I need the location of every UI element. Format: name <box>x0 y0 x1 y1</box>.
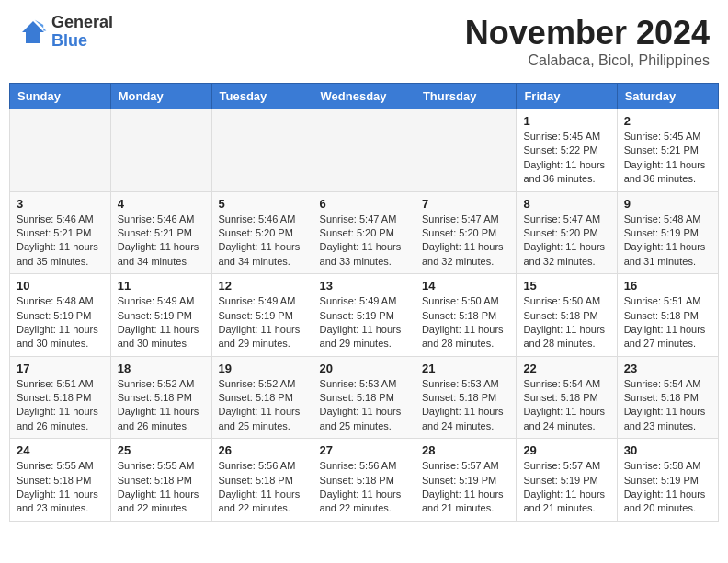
calendar-day-cell: 2Sunrise: 5:45 AM Sunset: 5:21 PM Daylig… <box>617 109 718 192</box>
calendar-day-cell: 18Sunrise: 5:52 AM Sunset: 5:18 PM Dayli… <box>110 356 211 439</box>
day-of-week-header: Thursday <box>415 84 516 109</box>
calendar-day-cell: 25Sunrise: 5:55 AM Sunset: 5:18 PM Dayli… <box>110 439 211 522</box>
day-info-text: Sunrise: 5:53 AM Sunset: 5:18 PM Dayligh… <box>422 377 509 434</box>
day-info-text: Sunrise: 5:55 AM Sunset: 5:18 PM Dayligh… <box>118 459 205 516</box>
day-of-week-header: Tuesday <box>211 84 313 109</box>
calendar-day-cell: 13Sunrise: 5:49 AM Sunset: 5:19 PM Dayli… <box>313 274 415 357</box>
calendar-day-cell: 3Sunrise: 5:46 AM Sunset: 5:21 PM Daylig… <box>10 191 111 274</box>
day-number: 8 <box>523 197 609 211</box>
calendar-day-cell <box>110 109 211 192</box>
day-info-text: Sunrise: 5:58 AM Sunset: 5:19 PM Dayligh… <box>624 459 711 516</box>
day-info-text: Sunrise: 5:48 AM Sunset: 5:19 PM Dayligh… <box>17 294 104 351</box>
calendar-day-cell <box>313 109 415 192</box>
day-number: 18 <box>118 362 205 375</box>
day-info-text: Sunrise: 5:45 AM Sunset: 5:22 PM Dayligh… <box>523 130 609 187</box>
day-info-text: Sunrise: 5:49 AM Sunset: 5:19 PM Dayligh… <box>320 294 408 351</box>
calendar-header-row: SundayMondayTuesdayWednesdayThursdayFrid… <box>10 84 719 109</box>
day-info-text: Sunrise: 5:56 AM Sunset: 5:18 PM Dayligh… <box>320 459 408 516</box>
day-info-text: Sunrise: 5:54 AM Sunset: 5:18 PM Dayligh… <box>523 377 609 434</box>
day-info-text: Sunrise: 5:46 AM Sunset: 5:20 PM Dayligh… <box>219 213 306 270</box>
day-info-text: Sunrise: 5:57 AM Sunset: 5:19 PM Dayligh… <box>422 459 509 516</box>
day-number: 11 <box>118 279 205 293</box>
day-number: 3 <box>17 197 104 211</box>
calendar-week-row: 10Sunrise: 5:48 AM Sunset: 5:19 PM Dayli… <box>10 274 719 357</box>
calendar-day-cell: 4Sunrise: 5:46 AM Sunset: 5:21 PM Daylig… <box>110 191 211 274</box>
calendar-day-cell: 6Sunrise: 5:47 AM Sunset: 5:20 PM Daylig… <box>313 191 415 274</box>
day-number: 5 <box>219 197 306 211</box>
calendar-day-cell: 1Sunrise: 5:45 AM Sunset: 5:22 PM Daylig… <box>517 109 617 192</box>
calendar-day-cell: 29Sunrise: 5:57 AM Sunset: 5:19 PM Dayli… <box>517 439 617 522</box>
month-title: November 2024 <box>465 14 710 52</box>
day-number: 21 <box>422 362 509 375</box>
day-number: 15 <box>523 279 609 293</box>
calendar-day-cell: 19Sunrise: 5:52 AM Sunset: 5:18 PM Dayli… <box>211 356 313 439</box>
day-number: 23 <box>624 362 711 375</box>
calendar-day-cell: 5Sunrise: 5:46 AM Sunset: 5:20 PM Daylig… <box>211 191 313 274</box>
calendar-day-cell <box>211 109 313 192</box>
day-of-week-header: Friday <box>517 84 617 109</box>
day-of-week-header: Monday <box>110 84 211 109</box>
calendar-day-cell: 8Sunrise: 5:47 AM Sunset: 5:20 PM Daylig… <box>517 191 617 274</box>
calendar-week-row: 3Sunrise: 5:46 AM Sunset: 5:21 PM Daylig… <box>10 191 719 274</box>
day-info-text: Sunrise: 5:46 AM Sunset: 5:21 PM Dayligh… <box>118 213 205 270</box>
calendar-day-cell: 28Sunrise: 5:57 AM Sunset: 5:19 PM Dayli… <box>415 439 516 522</box>
calendar-day-cell: 17Sunrise: 5:51 AM Sunset: 5:18 PM Dayli… <box>10 356 111 439</box>
calendar-day-cell: 12Sunrise: 5:49 AM Sunset: 5:19 PM Dayli… <box>211 274 313 357</box>
day-number: 6 <box>320 197 408 211</box>
calendar-day-cell: 27Sunrise: 5:56 AM Sunset: 5:18 PM Dayli… <box>313 439 415 522</box>
calendar-day-cell: 9Sunrise: 5:48 AM Sunset: 5:19 PM Daylig… <box>617 191 718 274</box>
logo-blue-text: Blue <box>51 32 113 51</box>
calendar-day-cell: 11Sunrise: 5:49 AM Sunset: 5:19 PM Dayli… <box>110 274 211 357</box>
logo-icon <box>18 17 48 47</box>
day-info-text: Sunrise: 5:56 AM Sunset: 5:18 PM Dayligh… <box>219 459 306 516</box>
title-section: November 2024 Calabaca, Bicol, Philippin… <box>465 14 710 69</box>
calendar-day-cell: 26Sunrise: 5:56 AM Sunset: 5:18 PM Dayli… <box>211 439 313 522</box>
calendar-day-cell: 23Sunrise: 5:54 AM Sunset: 5:18 PM Dayli… <box>617 356 718 439</box>
day-number: 12 <box>219 279 306 293</box>
day-info-text: Sunrise: 5:47 AM Sunset: 5:20 PM Dayligh… <box>422 213 509 270</box>
day-number: 13 <box>320 279 408 293</box>
calendar-day-cell: 21Sunrise: 5:53 AM Sunset: 5:18 PM Dayli… <box>415 356 516 439</box>
day-number: 4 <box>118 197 205 211</box>
day-number: 20 <box>320 362 408 375</box>
day-number: 27 <box>320 443 408 457</box>
day-number: 7 <box>422 197 509 211</box>
day-info-text: Sunrise: 5:47 AM Sunset: 5:20 PM Dayligh… <box>523 213 609 270</box>
day-number: 10 <box>17 279 104 293</box>
day-number: 30 <box>624 443 711 457</box>
calendar-day-cell: 30Sunrise: 5:58 AM Sunset: 5:19 PM Dayli… <box>617 439 718 522</box>
day-info-text: Sunrise: 5:51 AM Sunset: 5:18 PM Dayligh… <box>624 294 711 351</box>
day-info-text: Sunrise: 5:50 AM Sunset: 5:18 PM Dayligh… <box>422 294 509 351</box>
logo-text: General Blue <box>51 14 113 51</box>
day-number: 2 <box>624 114 711 128</box>
day-of-week-header: Sunday <box>10 84 111 109</box>
day-info-text: Sunrise: 5:51 AM Sunset: 5:18 PM Dayligh… <box>17 377 104 434</box>
location-subtitle: Calabaca, Bicol, Philippines <box>465 52 710 69</box>
day-of-week-header: Wednesday <box>313 84 415 109</box>
calendar-day-cell: 14Sunrise: 5:50 AM Sunset: 5:18 PM Dayli… <box>415 274 516 357</box>
day-info-text: Sunrise: 5:52 AM Sunset: 5:18 PM Dayligh… <box>118 377 205 434</box>
day-info-text: Sunrise: 5:48 AM Sunset: 5:19 PM Dayligh… <box>624 213 711 270</box>
day-number: 19 <box>219 362 306 375</box>
day-info-text: Sunrise: 5:47 AM Sunset: 5:20 PM Dayligh… <box>320 213 408 270</box>
page-header: General Blue November 2024 Calabaca, Bic… <box>9 9 719 74</box>
day-number: 14 <box>422 279 509 293</box>
calendar-day-cell: 7Sunrise: 5:47 AM Sunset: 5:20 PM Daylig… <box>415 191 516 274</box>
calendar-day-cell <box>415 109 516 192</box>
day-info-text: Sunrise: 5:46 AM Sunset: 5:21 PM Dayligh… <box>17 213 104 270</box>
calendar-day-cell: 20Sunrise: 5:53 AM Sunset: 5:18 PM Dayli… <box>313 356 415 439</box>
day-info-text: Sunrise: 5:45 AM Sunset: 5:21 PM Dayligh… <box>624 130 711 187</box>
calendar-day-cell: 16Sunrise: 5:51 AM Sunset: 5:18 PM Dayli… <box>617 274 718 357</box>
calendar-week-row: 17Sunrise: 5:51 AM Sunset: 5:18 PM Dayli… <box>10 356 719 439</box>
day-info-text: Sunrise: 5:54 AM Sunset: 5:18 PM Dayligh… <box>624 377 711 434</box>
calendar-table: SundayMondayTuesdayWednesdayThursdayFrid… <box>9 83 719 522</box>
day-number: 16 <box>624 279 711 293</box>
calendar-day-cell: 24Sunrise: 5:55 AM Sunset: 5:18 PM Dayli… <box>10 439 111 522</box>
day-info-text: Sunrise: 5:50 AM Sunset: 5:18 PM Dayligh… <box>523 294 609 351</box>
day-info-text: Sunrise: 5:53 AM Sunset: 5:18 PM Dayligh… <box>320 377 408 434</box>
day-info-text: Sunrise: 5:49 AM Sunset: 5:19 PM Dayligh… <box>219 294 306 351</box>
day-number: 9 <box>624 197 711 211</box>
day-number: 25 <box>118 443 205 457</box>
day-number: 28 <box>422 443 509 457</box>
calendar-day-cell: 10Sunrise: 5:48 AM Sunset: 5:19 PM Dayli… <box>10 274 111 357</box>
